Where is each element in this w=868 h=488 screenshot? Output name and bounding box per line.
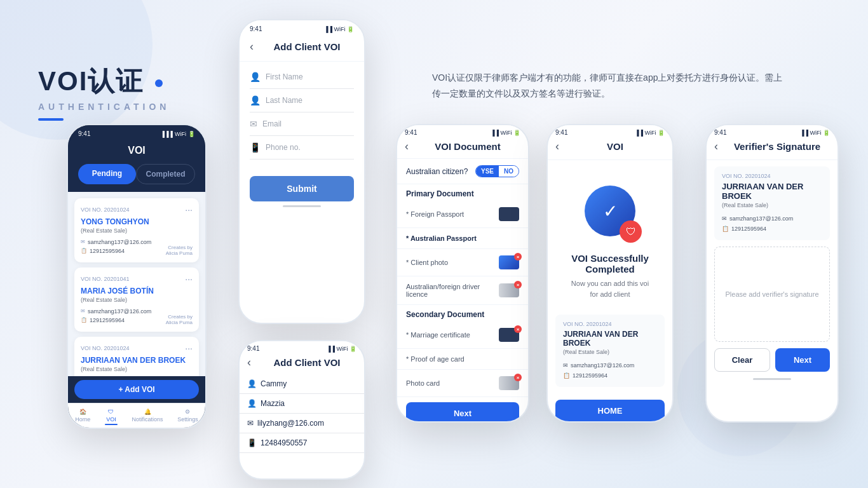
phone5-header: ‹ VOI (548, 137, 672, 160)
phone-value: 12484950557 (261, 438, 307, 447)
doc-marriage-label: * Marriage certificate (406, 331, 470, 339)
nav-home[interactable]: 🏠 Home (75, 409, 90, 425)
voi-card-2[interactable]: VOI NO. 20201041 ··· MARIA JOSÉ BOTÍN (R… (74, 268, 199, 332)
status-icons-1: ▐▐▐WiFi🔋 (161, 131, 195, 137)
phone3-title: Add Client VOI (257, 357, 356, 368)
person-filled-icon-2: 👤 (247, 399, 257, 408)
doc-driver-licence-label: Australian/foreign driver licence (406, 283, 499, 298)
sig-email: samzhang137@126.com (729, 214, 793, 224)
check-icon: ✓ (603, 201, 618, 222)
phone2-title: Add Client VOI (260, 41, 354, 52)
next-button-4[interactable]: Next (406, 402, 519, 423)
doc-photo-card[interactable]: Photo card × (397, 370, 528, 397)
phone-placeholder: Phone no. (266, 143, 301, 152)
add-voi-button[interactable]: + Add VOI (74, 380, 199, 399)
doc-driver-licence[interactable]: Australian/foreign driver licence × (397, 276, 528, 305)
brand-dot (155, 79, 163, 87)
voi-dots-1[interactable]: ··· (185, 205, 193, 215)
back-button-3[interactable]: ‹ (247, 356, 251, 369)
time-5: 9:41 (555, 129, 567, 136)
voi-name-2: MARIA JOSÉ BOTÍN (81, 287, 193, 295)
nav-notifications[interactable]: 🔔 Notifications (132, 409, 163, 425)
voi-type-2: (Real Estate Sale) (81, 297, 193, 303)
person-icon-1: 👤 (250, 72, 261, 82)
brand-subtitle: AUTHENTICATION (38, 102, 170, 112)
citizen-toggle[interactable]: YSE NO (475, 165, 519, 177)
person-icon-2: 👤 (250, 95, 261, 105)
signature-area[interactable]: Please add verifier's signature (714, 247, 830, 342)
doc-proof-age-label: * Proof of age card (406, 355, 465, 363)
status-bar-5: 9:41 ▐▐ WiFi 🔋 (548, 125, 672, 137)
branding-section: VOI认证 AUTHENTICATION (38, 64, 170, 121)
voi-name-1: YONG TONGHYON (81, 217, 193, 226)
phone-add-client-filled: 9:41 ▐▐ WiFi 🔋 ‹ Add Client VOI 👤 Cammy … (238, 340, 365, 480)
status-bar-4: 9:41 ▐▐ WiFi 🔋 (397, 125, 528, 137)
sig-voi-no: VOI NO. 20201024 (722, 173, 822, 179)
email-filled-icon: ✉ (247, 419, 254, 428)
toggle-no[interactable]: NO (499, 166, 519, 177)
doc-client-photo-label: * Client photo (406, 259, 448, 266)
phone-field[interactable]: 📱 Phone no. (250, 136, 354, 159)
doc-australian-passport[interactable]: * Australian Passport (397, 228, 528, 249)
voi-card-1[interactable]: VOI NO. 20201024 ··· YONG TONGHYON (Real… (74, 198, 199, 262)
doc-photo-card-remove[interactable]: × (514, 374, 522, 381)
voi-dots-2[interactable]: ··· (185, 274, 193, 284)
filled-phone[interactable]: 📱 12484950557 (240, 433, 364, 453)
brand-title-text: VOI认证 (38, 66, 144, 96)
last-name-field[interactable]: 👤 Last Name (250, 89, 354, 112)
home-button[interactable]: HOME (555, 400, 665, 422)
phone5-title: VOI (566, 141, 665, 152)
phone-icon-1: 📱 (250, 142, 261, 152)
next-button-6[interactable]: Next (775, 348, 830, 372)
submit-button[interactable]: Submit (250, 176, 354, 201)
description-line1: VOI认证仅限于律师客户端才有的功能，律师可直接在app上对委托方进行身份认证。… (432, 70, 830, 86)
filled-email[interactable]: ✉ lilyzhang@126.com (240, 414, 364, 433)
email-field[interactable]: ✉ Email (250, 112, 354, 136)
phone6-title: Verifier's Signature (724, 141, 830, 152)
doc-client-photo-remove[interactable]: × (514, 253, 522, 261)
home-indicator-2 (283, 205, 321, 207)
user-phone-5: 12912595964 (573, 370, 607, 381)
voi-card-3[interactable]: VOI NO. 20201024 ··· JURRIAAN VAN DER BR… (74, 337, 199, 376)
phone3-header: ‹ Add Client VOI (240, 353, 364, 374)
doc-marriage[interactable]: * Marriage certificate × (397, 322, 528, 349)
back-button-6[interactable]: ‹ (714, 140, 718, 153)
success-icon-wrap: ✓ 🛡 (578, 179, 642, 243)
time-3: 9:41 (247, 345, 259, 352)
filled-last-name[interactable]: 👤 Mazzia (240, 394, 364, 414)
status-bar-3: 9:41 ▐▐ WiFi 🔋 (240, 341, 364, 353)
doc-driver-licence-remove[interactable]: × (514, 281, 522, 288)
phone-voi-document: 9:41 ▐▐ WiFi 🔋 ‹ VOI Document Australian… (396, 124, 529, 423)
time-6: 9:41 (714, 129, 726, 136)
success-area: ✓ 🛡 VOI Successfully Completed Now you c… (548, 160, 672, 309)
voi-type-3: (Real Estate Sale) (81, 366, 193, 372)
back-button-2[interactable]: ‹ (250, 40, 254, 53)
last-name-value: Mazzia (261, 399, 285, 408)
nav-voi[interactable]: 🛡 VOI (105, 409, 118, 425)
doc-foreign-passport-thumb (499, 207, 519, 221)
description-section: VOI认证仅限于律师客户端才有的功能，律师可直接在app上对委托方进行身份认证。… (432, 70, 830, 102)
nav-settings[interactable]: ⚙ Settings (177, 409, 198, 425)
back-button-4[interactable]: ‹ (405, 140, 409, 153)
voi-type-1: (Real Estate Sale) (81, 227, 193, 234)
time-2: 9:41 (250, 25, 262, 32)
tabs-section: Pending Completed (68, 164, 205, 192)
doc-foreign-passport[interactable]: * Foreign Passport (397, 201, 528, 228)
toggle-yes[interactable]: YSE (476, 166, 499, 177)
brand-title: VOI认证 (38, 64, 170, 99)
doc-client-photo[interactable]: * Client photo × (397, 249, 528, 276)
phone4-header: ‹ VOI Document (397, 137, 528, 159)
email-icon-1: ✉ (250, 119, 257, 129)
filled-first-name[interactable]: 👤 Cammy (240, 374, 364, 394)
tab-pending[interactable]: Pending (78, 164, 136, 184)
first-name-field[interactable]: 👤 First Name (250, 65, 354, 89)
email-placeholder: Email (262, 119, 281, 128)
sig-phone: 12912595964 (731, 224, 766, 234)
back-button-5[interactable]: ‹ (555, 140, 559, 153)
voi-dots-3[interactable]: ··· (185, 343, 193, 353)
home-indicator-6 (753, 378, 791, 380)
doc-marriage-remove[interactable]: × (514, 325, 522, 333)
tab-completed[interactable]: Completed (136, 164, 195, 184)
clear-button[interactable]: Clear (714, 348, 770, 372)
doc-proof-age[interactable]: * Proof of age card (397, 349, 528, 370)
